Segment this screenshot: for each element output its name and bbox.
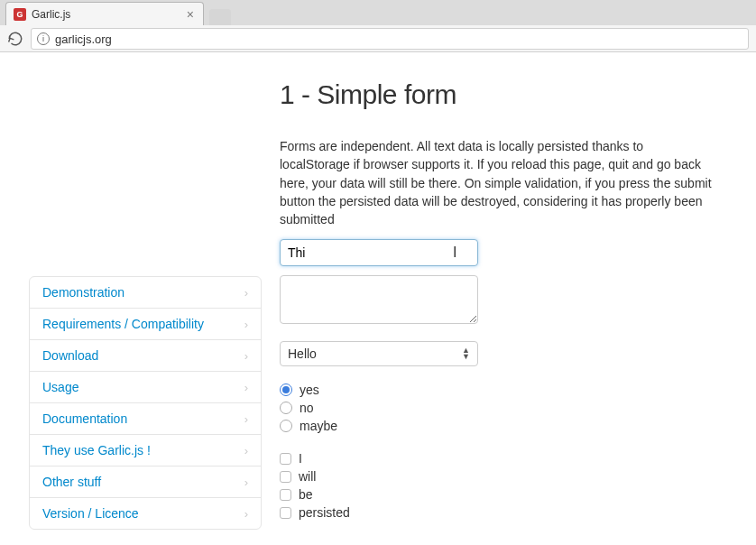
checkbox-label: persisted	[299, 505, 350, 520]
checkbox-group: I will be persisted	[280, 449, 713, 522]
chevron-right-icon: ›	[244, 286, 248, 300]
radio-label: yes	[300, 383, 319, 397]
select-value: Hello	[288, 346, 317, 361]
sidenav-item-label: They use Garlic.js !	[42, 443, 151, 457]
sidenav-item-label: Requirements / Compatibility	[42, 317, 204, 331]
chevron-right-icon: ›	[244, 507, 248, 521]
page-body: Demonstration › Requirements / Compatibi…	[0, 52, 756, 536]
checkbox-label: will	[299, 469, 316, 484]
select-dropdown[interactable]: Hello ▲▼	[280, 341, 478, 366]
new-tab-button[interactable]	[209, 9, 231, 25]
sidenav-item-other-stuff[interactable]: Other stuff ›	[30, 466, 261, 498]
reload-icon[interactable]	[7, 31, 23, 47]
sidebar-column: Demonstration › Requirements / Compatibi…	[0, 79, 280, 536]
close-icon[interactable]: ×	[187, 8, 194, 21]
chevron-right-icon: ›	[244, 381, 248, 394]
sidenav-item-label: Usage	[42, 380, 78, 394]
textarea-input[interactable]	[280, 275, 478, 324]
sidenav-item-label: Version / Licence	[42, 506, 139, 521]
radio-label: no	[300, 401, 314, 415]
checkbox-option-will[interactable]: will	[280, 467, 713, 485]
browser-chrome: G Garlic.js × i garlicjs.org	[0, 0, 756, 52]
sidenav-item-label: Other stuff	[42, 475, 101, 489]
select-arrows-icon: ▲▼	[462, 347, 470, 360]
browser-tab[interactable]: G Garlic.js ×	[5, 2, 204, 25]
checkbox-label: I	[299, 451, 302, 466]
radio-label: maybe	[300, 419, 337, 433]
text-input[interactable]	[280, 239, 478, 266]
checkbox-option-be[interactable]: be	[280, 485, 713, 503]
sidenav-item-requirements[interactable]: Requirements / Compatibility ›	[30, 309, 261, 340]
chevron-right-icon: ›	[244, 318, 248, 331]
checkbox-label: be	[299, 487, 313, 502]
chevron-right-icon: ›	[244, 349, 248, 363]
checkbox-icon	[280, 453, 291, 465]
radio-option-maybe[interactable]: maybe	[280, 417, 713, 435]
radio-option-yes[interactable]: yes	[280, 381, 713, 399]
sidenav-item-label: Documentation	[42, 411, 127, 426]
favicon-icon: G	[14, 8, 26, 21]
tab-bar: G Garlic.js ×	[0, 0, 756, 25]
radio-option-no[interactable]: no	[280, 399, 713, 417]
checkbox-icon	[280, 507, 291, 519]
main-column: 1 - Simple form Forms are independent. A…	[280, 79, 731, 536]
checkbox-option-persisted[interactable]: persisted	[280, 503, 713, 522]
radio-icon	[280, 383, 292, 396]
tab-title: Garlic.js	[32, 8, 70, 21]
chevron-right-icon: ›	[244, 412, 248, 426]
checkbox-icon	[280, 471, 291, 483]
url-text: garlicjs.org	[55, 32, 112, 46]
site-info-icon[interactable]: i	[37, 32, 50, 45]
chevron-right-icon: ›	[244, 444, 248, 457]
sidenav: Demonstration › Requirements / Compatibi…	[29, 276, 262, 530]
radio-group: yes no maybe	[280, 381, 713, 435]
chevron-right-icon: ›	[244, 476, 248, 489]
radio-icon	[280, 402, 292, 414]
sidenav-item-they-use[interactable]: They use Garlic.js ! ›	[30, 435, 261, 466]
url-field[interactable]: i garlicjs.org	[31, 28, 749, 50]
radio-icon	[280, 420, 292, 432]
address-bar: i garlicjs.org	[0, 25, 756, 52]
checkbox-icon	[280, 489, 291, 501]
sidenav-item-version-licence[interactable]: Version / Licence ›	[30, 498, 261, 529]
page-title: 1 - Simple form	[280, 79, 713, 110]
checkbox-option-i[interactable]: I	[280, 449, 713, 467]
page-description: Forms are independent. All text data is …	[280, 137, 713, 228]
sidenav-item-demonstration[interactable]: Demonstration ›	[30, 277, 261, 309]
sidenav-item-label: Download	[42, 348, 98, 363]
sidenav-item-documentation[interactable]: Documentation ›	[30, 403, 261, 435]
sidenav-item-label: Demonstration	[42, 285, 124, 300]
sidenav-item-usage[interactable]: Usage ›	[30, 372, 261, 403]
sidenav-item-download[interactable]: Download ›	[30, 340, 261, 372]
